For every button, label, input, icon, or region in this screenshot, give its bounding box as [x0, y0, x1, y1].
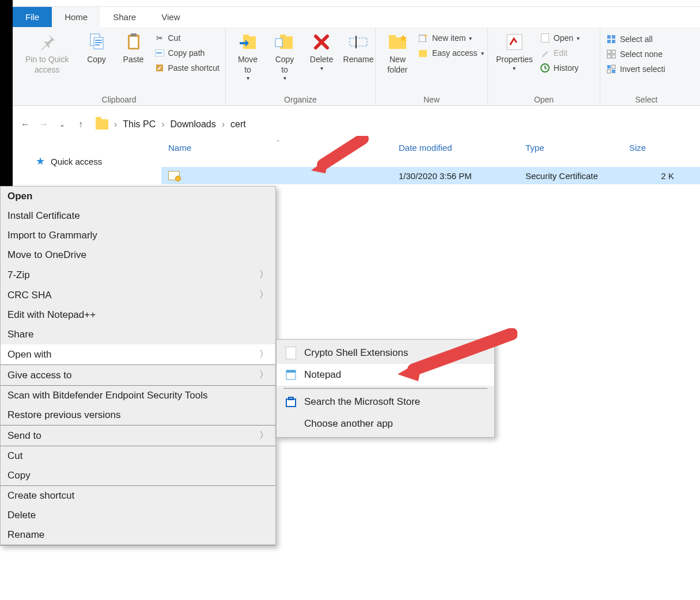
easy-access-button[interactable]: Easy access ▾: [417, 47, 485, 59]
chevron-right-icon: 〉: [259, 289, 268, 301]
move-to-button[interactable]: Move to ▾: [230, 29, 265, 85]
ctx-edit-notepadpp[interactable]: Edit with Notepad++: [1, 305, 275, 325]
svg-rect-21: [419, 50, 427, 57]
blank-icon: [285, 417, 297, 430]
ctx-open-with[interactable]: Open with〉: [1, 344, 275, 364]
nav-forward-button[interactable]: →: [37, 117, 51, 131]
copy-icon: [86, 32, 107, 52]
rename-button[interactable]: Rename: [341, 29, 376, 67]
open-button[interactable]: Open ▾: [539, 32, 581, 44]
new-item-button[interactable]: New item ▾: [417, 32, 485, 44]
svg-rect-23: [541, 33, 549, 43]
svg-rect-15: [275, 39, 282, 47]
ctx-import-grammarly[interactable]: Import to Grammarly: [1, 226, 275, 245]
crumb-pc[interactable]: This PC: [123, 119, 156, 130]
edit-button[interactable]: Edit: [539, 47, 581, 59]
tab-file[interactable]: File: [13, 7, 52, 27]
select-none-button[interactable]: Select none: [605, 48, 667, 60]
svg-rect-14: [280, 35, 286, 37]
open-file-icon: [540, 33, 550, 43]
ctx-install-certificate[interactable]: Install Certificate: [1, 206, 275, 226]
sub-choose-app[interactable]: Choose another app: [277, 413, 494, 435]
column-headers: Name˄ Date modified Type Size: [161, 136, 700, 160]
svg-rect-27: [607, 40, 611, 43]
breadcrumb[interactable]: › This PC › Downloads › cert: [96, 119, 246, 130]
ctx-copy[interactable]: Copy: [1, 466, 275, 485]
chevron-right-icon: 〉: [259, 430, 268, 442]
column-size[interactable]: Size: [622, 143, 686, 153]
annotation-arrow-2: [391, 328, 517, 386]
tab-view[interactable]: View: [149, 7, 192, 27]
new-item-icon: [418, 33, 429, 43]
ctx-crc-sha[interactable]: CRC SHA〉: [1, 285, 275, 305]
new-group-label: New: [380, 93, 483, 105]
file-type: Security Certificate: [519, 171, 622, 181]
svg-rect-36: [612, 70, 615, 73]
invert-selection-button[interactable]: Invert selecti: [605, 63, 667, 75]
copy-button[interactable]: Copy: [80, 29, 114, 67]
svg-rect-30: [612, 50, 615, 54]
notepad-icon: [285, 369, 297, 381]
svg-rect-20: [419, 35, 426, 42]
invert-selection-icon: [606, 64, 616, 74]
paste-icon: [123, 32, 144, 52]
new-folder-button[interactable]: New folder: [380, 29, 415, 77]
column-date[interactable]: Date modified: [392, 143, 519, 153]
ctx-restore-versions[interactable]: Restore previous versions: [1, 405, 275, 425]
star-icon: ★: [36, 155, 45, 168]
select-all-icon: [606, 34, 616, 44]
nav-back-button[interactable]: ←: [18, 117, 32, 131]
chevron-down-icon: ▾: [469, 35, 472, 41]
copy-to-button[interactable]: Copy to ▾: [267, 29, 302, 85]
copy-path-button[interactable]: Copy path: [153, 47, 221, 59]
ctx-7zip[interactable]: 7-Zip〉: [1, 265, 275, 285]
chevron-down-icon: ▾: [481, 50, 484, 56]
svg-rect-31: [607, 55, 611, 58]
ctx-delete[interactable]: Delete: [1, 506, 275, 525]
tab-share[interactable]: Share: [100, 7, 149, 27]
sub-search-store[interactable]: Search the Microsoft Store: [277, 391, 494, 413]
ctx-send-to[interactable]: Send to〉: [1, 426, 275, 446]
crumb-cert[interactable]: cert: [230, 119, 246, 130]
ctx-open[interactable]: Open: [1, 187, 275, 206]
delete-button[interactable]: Delete ▾: [304, 29, 339, 74]
svg-rect-6: [130, 37, 138, 48]
ctx-scan-bitdefender[interactable]: Scan with Bitdefender Endpoint Security …: [1, 386, 275, 405]
nav-recent-dropdown[interactable]: ⌄: [55, 117, 69, 131]
tab-home[interactable]: Home: [52, 7, 100, 27]
svg-rect-19: [389, 35, 396, 38]
ctx-share[interactable]: Share: [1, 325, 275, 344]
properties-icon: [504, 32, 525, 52]
pin-to-quick-access-button[interactable]: Pin to Quick access: [17, 29, 77, 77]
cut-button[interactable]: ✂Cut: [153, 32, 221, 44]
column-type[interactable]: Type: [519, 143, 622, 153]
file-icon: [285, 347, 297, 359]
new-folder-icon: [387, 32, 408, 52]
properties-button[interactable]: Properties ▾: [493, 29, 536, 74]
ribbon: Pin to Quick access Copy Paste ✂Cut Copy…: [13, 27, 700, 106]
nav-quick-access[interactable]: ★ Quick access: [36, 153, 161, 170]
scissors-icon: ✂: [154, 33, 165, 43]
history-button[interactable]: History: [539, 62, 581, 74]
select-all-button[interactable]: Select all: [605, 33, 667, 45]
organize-group-label: Organize: [230, 93, 370, 105]
ctx-give-access-to[interactable]: Give access to〉: [1, 365, 275, 385]
ctx-rename[interactable]: Rename: [1, 525, 275, 545]
crumb-downloads[interactable]: Downloads: [171, 119, 216, 130]
path-icon: [154, 48, 165, 58]
ctx-move-onedrive[interactable]: Move to OneDrive: [1, 245, 275, 265]
ctx-cut[interactable]: Cut: [1, 446, 275, 466]
paste-shortcut-button[interactable]: Paste shortcut: [153, 62, 221, 74]
chevron-down-icon: ▾: [247, 75, 249, 82]
svg-rect-4: [95, 44, 100, 45]
paste-button[interactable]: Paste: [116, 29, 151, 67]
svg-rect-22: [507, 35, 522, 50]
svg-rect-12: [243, 35, 249, 37]
nav-up-button[interactable]: ↑: [74, 117, 88, 131]
copy-label: Copy: [87, 55, 106, 65]
easy-access-icon: [418, 48, 429, 58]
file-date: 1/30/2020 3:56 PM: [392, 171, 519, 181]
ctx-create-shortcut[interactable]: Create shortcut: [1, 486, 275, 506]
file-row-selected[interactable]: 1/30/2020 3:56 PM Security Certificate 2…: [161, 167, 700, 184]
chevron-down-icon: ▾: [577, 35, 580, 41]
